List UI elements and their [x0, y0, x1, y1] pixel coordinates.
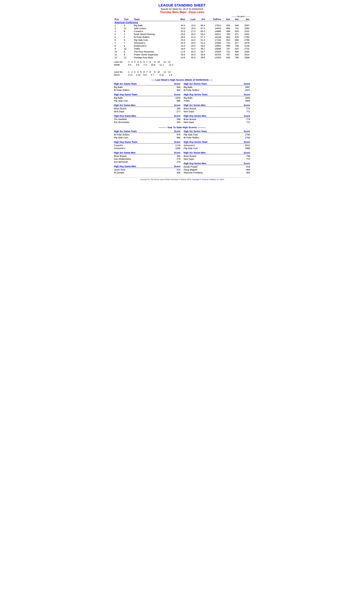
ytd-hhg-team-header: High Hcp Game-Team Score [114, 141, 180, 144]
list-item: Schooner's 1095 [114, 147, 180, 150]
subtitle: Results for Week No. 29 of 32 03/30/2023 [114, 8, 250, 10]
list-item: Al Zempel 309 [114, 171, 180, 174]
td-team: Embers1871 [133, 44, 175, 47]
ytd-hss-team-header: High Scr Series-Team Score [184, 130, 250, 133]
td-ave: 863 [222, 36, 231, 38]
td-ave: 816 [222, 38, 231, 41]
score-name: Nick Daye [184, 110, 242, 113]
td-pos: 10 [114, 50, 123, 53]
score-name: Dan Wollersheim [114, 158, 172, 160]
table-row: 7 7 Schooner's 25.0 24.0 51.0 15365 731 … [114, 41, 250, 44]
score-value: 309 [172, 171, 180, 174]
td-pos: 4 [114, 33, 123, 36]
td-ave: 747 [222, 47, 231, 50]
lane-range-2-4: 7 - 8 [146, 71, 153, 73]
score-value: 1003 [172, 97, 180, 99]
page-title: LEAGUE STANDING SHEET [114, 3, 250, 8]
lw-hss-men-score-label: Score [244, 104, 250, 106]
td-ave: 731 [222, 41, 231, 44]
td-ave: 786 [222, 33, 231, 36]
td-pos: 11 [114, 53, 123, 56]
score-value: 2988 [242, 147, 250, 150]
lane-teams-2-4: 5 7 [151, 74, 158, 76]
td-tm: 5 [123, 53, 133, 56]
ytd-hhg-men-score-label: Score [174, 165, 180, 168]
list-item: Nick Daye 772 [184, 121, 250, 124]
score-value: 280 [172, 107, 180, 110]
lane-teams-1-3: 7 4 [143, 64, 149, 66]
score-name: Bi Polar Rollers [114, 89, 172, 91]
ytd-hhg-team-score-label: Score [174, 141, 180, 143]
td-gm: 915 [231, 47, 239, 50]
score-value: 968 [172, 136, 180, 139]
lane-range-2-1: 1 - 2 [128, 71, 133, 73]
td-lost: 24.0 [186, 38, 196, 41]
td-pos: 3 [114, 30, 123, 33]
lw-hhs-team-header: High Hcp Series-Team Score [184, 93, 250, 96]
ytd-hsg-team-label: High Scr Game-Team [114, 130, 137, 132]
td-gm: 741 [231, 27, 239, 30]
list-item: Flip Side Coin 2790 [184, 133, 250, 136]
td-tm: 10 [123, 47, 133, 50]
last-week-right: High Scr Series-Team Score Big Balls 268… [184, 83, 250, 124]
score-name: Brian Busick [184, 155, 242, 157]
td-lost: 20.0 [186, 33, 196, 36]
lw-hhg-men-score-label: Score [174, 115, 180, 117]
td-won: 14.0 [175, 56, 186, 59]
score-name: Al Zempel [114, 171, 172, 174]
td-pct: 30.6 [196, 53, 206, 56]
td-team: Big Balls [133, 24, 175, 27]
td-team: Cusack's [133, 30, 175, 33]
list-item: Eric Burmeister 285 [114, 121, 180, 124]
td-tm: 8 [123, 30, 133, 33]
ytd-hhs-men-header: High Hcp Series-Men Score [184, 162, 250, 165]
table-row: 11 5 Protec Home Inspection 15.0 34.0 30… [114, 53, 250, 56]
score-name: Eric Burmeister [114, 121, 172, 123]
td-pct: 65.3 [196, 30, 206, 33]
lw-hhs-men-label: High Hcp Series-Men [184, 115, 206, 117]
lane-teams-2-6: 1 9 [169, 74, 172, 76]
td-gm: 871 [231, 33, 239, 36]
td-pos: 1 [114, 24, 123, 27]
lane-teams-2-5: 4 12 [159, 74, 168, 76]
score-value: 2637 [242, 89, 250, 91]
lane-teams-1-4: 10 6 [151, 64, 158, 66]
list-item: Flip Side Coin 2988 [184, 147, 250, 150]
score-name: Dustin Powell [184, 166, 242, 168]
score-name: Schooner's [114, 147, 172, 150]
td-ave: 848 [222, 24, 231, 27]
lane-teams-1-5: 11 1 [159, 64, 168, 66]
lane-teams-1-1: 9 5 [128, 64, 135, 66]
score-name: Jason Notz [114, 169, 172, 171]
score-value: 1118 [172, 144, 180, 147]
lw-hhg-team-score-label: Score [174, 93, 180, 96]
lw-hhg-men-header: High Hcp Game-Men Score [114, 115, 180, 118]
lane-range-1-2: 3 - 4 [134, 61, 139, 63]
table-row: 6 9 Flip Side Coin 25.0 24.0 51.0 17154 … [114, 38, 250, 41]
ytd-hss-men-label: High Scr Series-Men [184, 151, 206, 154]
ytd-right: High Scr Series-Team Score Flip Side Coi… [184, 130, 250, 174]
td-pos: 9 [114, 47, 123, 50]
lw-hsg-team-score-label: Score [174, 83, 180, 85]
col-tm: Tm# [123, 18, 133, 21]
score-value: 796 [242, 155, 250, 157]
score-name: Bi Polar Rollers [114, 133, 172, 136]
td-totpins: 16753 [206, 53, 222, 56]
lw-hsg-men-header: High Scr Game-Men Score [114, 104, 180, 107]
ytd-hss-team-label: High Scr Series-Team [184, 130, 207, 132]
score-name: Flip Side Coin [184, 133, 242, 136]
td-pct: 28.6 [196, 56, 206, 59]
list-item: Bi Polar Rollers 904 [114, 89, 180, 92]
ytd-hsg-men-label: High Scr Game-Men [114, 151, 135, 154]
list-item: Doug Wagner 809 [184, 168, 250, 171]
lane-section-2: Lane No 1 - 2 3 - 4 5 - 6 7 - 8 9 - 10 1… [114, 71, 250, 76]
td-totpins: 13652 [206, 44, 222, 47]
td-totpins: 14666 [206, 30, 222, 33]
list-item: Kim Behrendt 279 [114, 160, 180, 163]
list-item: THBS 2809 [184, 99, 250, 102]
td-pct: 69.4 [196, 24, 206, 27]
last-week-left: High Scr Game-Team Score Big Balls 949 B… [114, 83, 180, 124]
td-team: Flip Side Coin [133, 38, 175, 41]
list-item: Big Balls 2849 [184, 96, 250, 99]
list-item: Bi Polar Rollers 976 [114, 133, 180, 136]
